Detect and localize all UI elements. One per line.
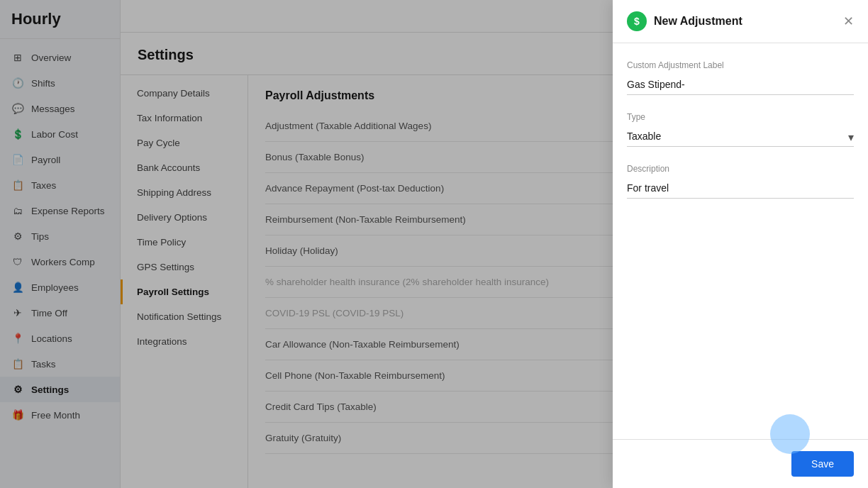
custom-label-input[interactable] <box>627 74 854 95</box>
type-select-wrapper: Taxable Non-Taxable Deduction Reimbursem… <box>627 126 854 147</box>
description-input[interactable] <box>627 178 854 199</box>
type-select[interactable]: Taxable Non-Taxable Deduction Reimbursem… <box>627 126 854 147</box>
panel-footer: Save <box>613 439 868 488</box>
panel-body: Custom Adjustment Label Type Taxable Non… <box>613 43 868 439</box>
new-adjustment-panel: $ New Adjustment ✕ Custom Adjustment Lab… <box>613 0 868 488</box>
save-button[interactable]: Save <box>791 451 854 477</box>
description-group: Description <box>627 164 854 199</box>
custom-label-group: Custom Adjustment Label <box>627 60 854 95</box>
panel-title: New Adjustment <box>654 15 836 28</box>
type-field-label: Type <box>627 112 854 122</box>
panel-header: $ New Adjustment ✕ <box>613 0 868 43</box>
description-field-label: Description <box>627 164 854 174</box>
panel-header-icon: $ <box>627 11 647 31</box>
close-button[interactable]: ✕ <box>843 15 854 28</box>
type-group: Type Taxable Non-Taxable Deduction Reimb… <box>627 112 854 147</box>
custom-label-field-label: Custom Adjustment Label <box>627 60 854 70</box>
